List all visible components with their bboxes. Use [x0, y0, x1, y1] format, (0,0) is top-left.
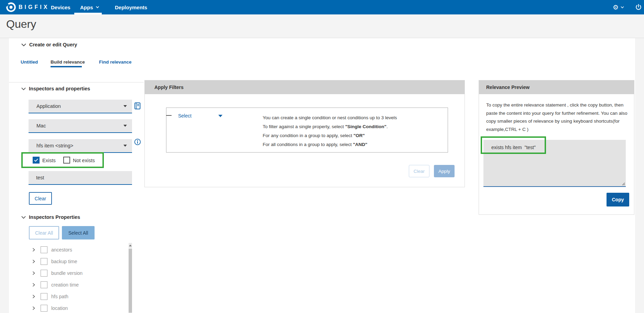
exists-checkbox[interactable] [33, 157, 40, 164]
relevance-preview-description: To copy the entire relevance statement ,… [486, 101, 629, 133]
section-inspectors-properties[interactable]: Inspectors Properties [21, 214, 80, 220]
brand-wordmark[interactable]: BIGFIX [19, 0, 49, 14]
tree-row: ancestors [29, 244, 127, 256]
tree-connector-line [166, 115, 172, 116]
inspector-dropdown-property[interactable]: hfs item <string> [29, 139, 132, 153]
clear-button[interactable]: Clear [29, 192, 52, 205]
accordion-title: Create or edit Query [29, 42, 77, 47]
nav-item-devices[interactable]: Devices [51, 0, 70, 14]
bigfix-query-app: BIGFIX Devices Apps Deployments ⚙ [0, 0, 644, 313]
apply-filters-header: Apply Filters [145, 80, 465, 94]
chevron-down-icon [21, 87, 26, 90]
settings-menu[interactable]: ⚙ [613, 0, 624, 14]
chevron-right-icon[interactable] [32, 248, 35, 252]
not-exists-label: Not exists [73, 158, 95, 163]
section-inspectors-and-properties[interactable]: Inspectors and properties [21, 86, 90, 91]
chevron-right-icon[interactable] [32, 259, 35, 264]
chevron-down-icon [21, 216, 26, 219]
tree-row: creation time [29, 279, 127, 291]
chevron-down-icon [21, 43, 26, 46]
chevron-right-icon[interactable] [32, 271, 35, 275]
property-checkbox[interactable] [41, 258, 47, 265]
tree-row: hfs path [29, 291, 127, 302]
relevance-preview-header: Relevance Preview [479, 80, 634, 94]
nav-item-deployments[interactable]: Deployments [115, 0, 147, 14]
brand-text: BIGFIX [19, 4, 49, 10]
exists-label: Exists [42, 158, 56, 163]
accordion-create-or-edit-query[interactable]: Create or edit Query [21, 42, 77, 47]
chevron-right-icon[interactable] [32, 294, 35, 299]
filters-clear-button[interactable]: Clear [409, 165, 429, 177]
tree-row: location [29, 302, 127, 313]
tab-untitled[interactable]: Untitled [21, 59, 38, 65]
page-title: Query [6, 18, 36, 31]
apps-active-underline [74, 13, 102, 14]
apply-filters-panel: Apply Filters Select You can create a si… [144, 80, 465, 187]
scrollbar-up-button[interactable] [129, 243, 132, 248]
value-input[interactable] [29, 171, 132, 185]
relevance-text: exists hfs item "test" [483, 140, 626, 150]
query-log-notebook-icon[interactable] [134, 102, 141, 111]
condition-select-dropdown[interactable]: Select [178, 113, 222, 119]
chevron-down-icon [123, 125, 127, 127]
filter-instructions: You can create a single condition or nes… [263, 113, 397, 149]
section-title: Inspectors and properties [29, 86, 90, 91]
property-checkbox[interactable] [41, 281, 47, 288]
chevron-down-icon [123, 105, 127, 107]
chevron-down-icon [96, 6, 99, 9]
not-exists-checkbox[interactable] [63, 157, 70, 164]
clear-all-button[interactable]: Clear All [29, 226, 59, 239]
property-checkbox[interactable] [41, 293, 47, 300]
chevron-down-icon [218, 115, 222, 117]
check-icon [34, 158, 38, 162]
triangle-up-icon [129, 245, 132, 246]
tree-row: bundle version [29, 267, 127, 279]
nav-item-apps[interactable]: Apps [80, 0, 99, 14]
tree-scrollbar-thumb[interactable] [129, 249, 132, 313]
copy-button[interactable]: Copy [607, 193, 629, 206]
tab-find-relevance[interactable]: Find relevance [99, 59, 132, 65]
property-checkbox[interactable] [41, 305, 47, 312]
inspector-dropdown-mac[interactable]: Mac [29, 119, 132, 133]
condition-builder-box: Select You can create a single condition… [166, 108, 448, 153]
relevance-textarea[interactable]: exists hfs item "test" [483, 140, 626, 187]
section-title: Inspectors Properties [29, 214, 80, 220]
chevron-right-icon[interactable] [32, 306, 35, 310]
chevron-down-icon [123, 145, 127, 147]
tree-row: backup time [29, 256, 127, 267]
info-icon[interactable] [134, 138, 141, 147]
gear-icon: ⚙ [613, 0, 619, 14]
left-panel-divider [9, 82, 144, 82]
bigfix-logo-icon[interactable] [6, 2, 17, 14]
chevron-right-icon[interactable] [32, 283, 35, 287]
inspector-dropdown-application[interactable]: Application [29, 100, 132, 113]
select-all-button[interactable]: Select All [62, 226, 95, 239]
property-tree: ancestors backup time bundle version cre… [29, 244, 127, 313]
chevron-down-icon [621, 6, 624, 9]
power-logout-icon[interactable] [635, 3, 642, 12]
top-navbar: BIGFIX Devices Apps Deployments ⚙ [0, 0, 644, 14]
tree-scrollbar-track[interactable] [129, 243, 132, 313]
active-tab-underline [51, 66, 82, 67]
filters-apply-button[interactable]: Apply [434, 165, 455, 177]
property-checkbox[interactable] [41, 246, 47, 253]
relevance-preview-panel: Relevance Preview To copy the entire rel… [479, 80, 634, 215]
resize-handle-icon[interactable] [621, 182, 625, 186]
tab-build-relevance[interactable]: Build relevance [51, 59, 85, 65]
property-checkbox[interactable] [41, 270, 47, 277]
